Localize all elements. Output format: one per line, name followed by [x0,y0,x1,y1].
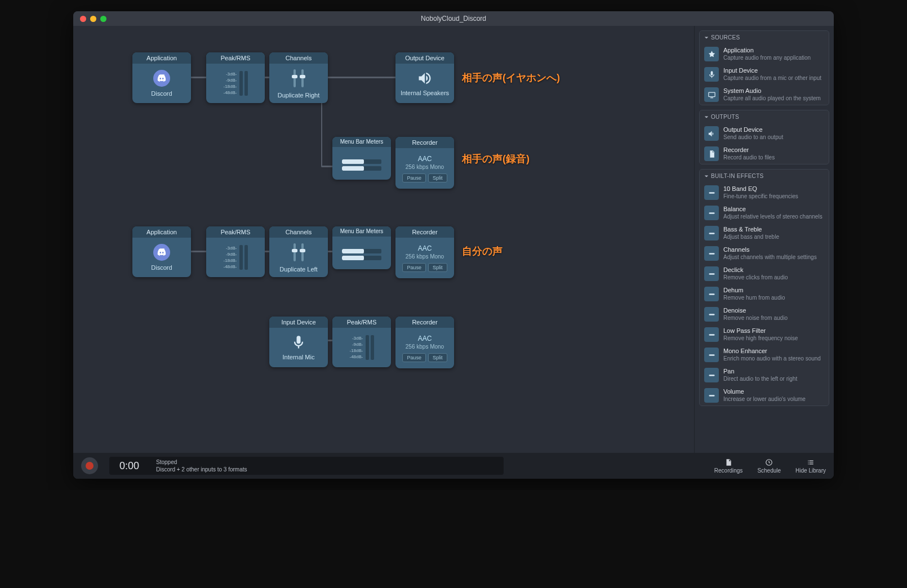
hide-library-button[interactable]: Hide Library [795,458,826,474]
svg-rect-11 [709,395,714,397]
library-item-name: Recorder [723,146,775,154]
meter-label: -9dB- [349,341,363,348]
split-button[interactable]: Split [428,263,447,272]
library-item[interactable]: 10 Band EQFine-tune specific frequencies [700,182,829,203]
app-window: NobolyCloud_Discord Application Discord … [73,11,834,479]
library-item-sub: Send audio to an output [723,133,783,141]
pause-button[interactable]: Pause [402,263,426,272]
library-item-sub: Remove noise from audio [723,314,788,322]
library-item[interactable]: DenoiseRemove noise from audio [700,304,829,324]
library-item-name: Declick [723,266,788,274]
node-input-device[interactable]: Input Device Internal Mic [269,317,328,367]
node-peak-rms[interactable]: Peak/RMS -3dB- -9dB- -18dB- -48dB- [206,226,265,277]
node-channels[interactable]: Channels Duplicate Left [269,226,328,277]
recorder-rate: 256 kbps Mono [406,344,444,350]
library-item-icon [704,47,719,61]
node-menubar-meters[interactable]: Menu Bar Meters [332,226,391,269]
library-item[interactable]: Low Pass FilterRemove high frequency noi… [700,324,829,345]
node-application[interactable]: Application Discord [132,226,191,277]
svg-rect-10 [709,375,714,376]
titlebar[interactable]: NobolyCloud_Discord [73,11,834,26]
library-item[interactable]: RecorderRecord audio to files [700,144,829,164]
minimize-icon[interactable] [90,16,96,22]
footer: 0:00 Stopped Discord + 2 other inputs to… [73,453,834,479]
library-item-sub: Record audio to files [723,154,775,161]
list-icon [807,458,815,466]
library-item-icon [704,327,719,342]
svg-rect-3 [709,233,714,234]
library-item[interactable]: ChannelsAdjust channels with multiple se… [700,243,829,264]
library-item-icon [704,226,719,240]
svg-rect-1 [709,192,714,194]
node-recorder[interactable]: Recorder AAC 256 kbps Mono Pause Split [395,317,454,368]
section-heading[interactable]: OUTPUTS [700,110,829,123]
library-item[interactable]: PanDirect audio to the left or right [700,365,829,385]
close-icon[interactable] [80,16,86,22]
meter-label: -3dB- [223,245,237,251]
library-item[interactable]: ApplicationCapture audio from any applic… [700,44,829,64]
library-item[interactable]: DehumRemove hum from audio [700,284,829,304]
recordings-button[interactable]: Recordings [714,458,743,474]
svg-rect-2 [709,212,714,214]
library-item[interactable]: Mono EnhancerEnrich mono audio with a st… [700,345,829,365]
node-peak-rms[interactable]: Peak/RMS -3dB- -9dB- -18dB- -48dB- [332,317,391,367]
schedule-button[interactable]: Schedule [757,458,781,474]
library-item-name: Pan [723,368,797,375]
library-item-icon [704,126,719,141]
node-title: Recorder [395,226,454,238]
record-button[interactable] [81,457,98,474]
sources-section: SOURCES ApplicationCapture audio from an… [699,30,829,105]
status-line: Discord + 2 other inputs to 3 formats [156,466,247,473]
library-item-icon [704,67,719,82]
svg-rect-5 [709,273,714,275]
meter-label: -18dB- [349,348,363,354]
library-item[interactable]: BalanceAdjust relative levels of stereo … [700,203,829,223]
library-item[interactable]: Input DeviceCapture audio from a mic or … [700,64,829,84]
library-item[interactable]: System AudioCapture all audio played on … [700,84,829,105]
library-item-name: Bass & Treble [723,226,779,233]
effects-section: BUILT-IN EFFECTS 10 Band EQFine-tune spe… [699,169,829,406]
library-item[interactable]: DeclickRemove clicks from audio [700,264,829,284]
section-heading[interactable]: BUILT-IN EFFECTS [700,170,829,182]
node-application[interactable]: Application Discord [132,52,191,103]
pause-button[interactable]: Pause [402,353,426,362]
pause-button[interactable]: Pause [402,173,426,182]
library-item[interactable]: Bass & TrebleAdjust bass and treble [700,223,829,243]
library-item-icon [704,146,719,161]
library-item-sub: Remove hum from audio [723,294,785,301]
timer: 0:00 [119,460,139,472]
library-item-sub: Capture audio from a mic or other input [723,74,821,82]
library-item-name: Low Pass Filter [723,327,798,335]
meter-label: -3dB- [223,71,237,77]
library-item-sub: Adjust bass and treble [723,233,779,240]
node-recorder[interactable]: Recorder AAC 256 kbps Mono Pause Split [395,226,454,278]
node-title: Input Device [269,317,328,328]
recorder-rate: 256 kbps Mono [406,253,444,260]
node-peak-rms[interactable]: Peak/RMS -3dB- -9dB- -18dB- -48dB- [206,52,265,103]
library-item[interactable]: VolumeIncrease or lower audio's volume [700,385,829,406]
svg-rect-4 [709,253,714,255]
svg-rect-9 [709,354,714,356]
node-title: Menu Bar Meters [332,226,391,237]
window-title: NobolyCloud_Discord [421,15,486,23]
library-item-sub: Increase or lower audio's volume [723,395,806,403]
split-button[interactable]: Split [428,173,447,182]
node-title: Recorder [395,317,454,328]
node-menubar-meters[interactable]: Menu Bar Meters [332,137,391,180]
library-item-name: Dehum [723,287,785,294]
peak-meter: -3dB- -9dB- -18dB- -48dB- [219,69,252,97]
canvas[interactable]: Application Discord Peak/RMS -3dB- -9dB-… [73,26,694,453]
zoom-icon[interactable] [100,16,106,22]
library-item[interactable]: Output DeviceSend audio to an output [700,123,829,144]
node-channels[interactable]: Channels Duplicate Right [269,52,328,103]
meter-label: -9dB- [223,77,237,83]
discord-icon [153,244,170,261]
split-button[interactable]: Split [428,353,447,362]
node-recorder[interactable]: Recorder AAC 256 kbps Mono Pause Split [395,137,454,189]
library-item-name: Balance [723,206,822,213]
section-heading[interactable]: SOURCES [700,31,829,44]
library-item-name: Output Device [723,126,783,133]
svg-rect-0 [708,92,714,97]
node-output-device[interactable]: Output Device Internal Speakers [395,52,454,103]
node-label: Duplicate Right [278,92,320,99]
